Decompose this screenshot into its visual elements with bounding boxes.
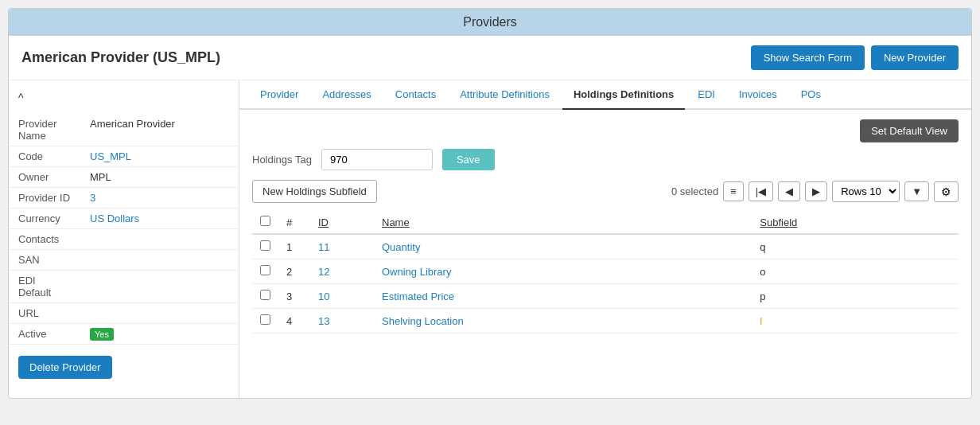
sidebar: ^ Provider NameAmerican ProviderCodeUS_M… — [9, 80, 239, 398]
sidebar-field-value: 3 — [80, 188, 239, 209]
row-name[interactable]: Owning Library — [374, 259, 752, 284]
holdings-tag-label: Holdings Tag — [252, 154, 312, 166]
collapse-icon: ^ — [18, 92, 24, 104]
row-checkbox-cell — [252, 234, 278, 259]
main-container: Providers American Provider (US_MPL) Sho… — [8, 8, 972, 399]
row-checkbox[interactable] — [260, 290, 270, 300]
tab-holdings-definitions[interactable]: Holdings Definitions — [562, 80, 685, 110]
sidebar-field-label: Provider ID — [9, 188, 80, 209]
sidebar-field-label: URL — [9, 303, 80, 324]
name-header[interactable]: Name — [374, 211, 752, 234]
save-button[interactable]: Save — [442, 149, 495, 170]
tab-attribute-definitions[interactable]: Attribute Definitions — [449, 80, 561, 110]
delete-provider-button[interactable]: Delete Provider — [18, 356, 112, 379]
row-number: 3 — [278, 284, 310, 309]
next-page-button[interactable]: ▶ — [805, 181, 827, 201]
new-holdings-subfield-button[interactable]: New Holdings Subfield — [252, 180, 377, 203]
select-all-header — [252, 211, 278, 234]
collapse-button[interactable]: ^ — [9, 88, 239, 107]
table-row: 310Estimated Pricep — [252, 284, 959, 309]
rows-per-page-select[interactable]: Rows 10 Rows 5 Rows 25 Rows 50 — [832, 181, 900, 202]
tab-edi[interactable]: EDI — [686, 80, 726, 110]
row-number: 1 — [278, 234, 310, 259]
sidebar-field-label: Active — [9, 324, 80, 345]
num-header: # — [278, 211, 310, 234]
select-all-checkbox[interactable] — [260, 216, 270, 226]
row-id[interactable]: 13 — [310, 309, 374, 333]
sidebar-field-label: Currency — [9, 209, 80, 229]
holdings-tag-input[interactable] — [321, 149, 433, 170]
new-provider-button[interactable]: New Provider — [871, 45, 959, 70]
row-subfield: p — [752, 284, 959, 309]
row-checkbox[interactable] — [260, 314, 270, 325]
row-checkbox[interactable] — [260, 240, 270, 251]
row-checkbox[interactable] — [260, 265, 270, 275]
top-row: Set Default View — [252, 119, 959, 142]
row-id[interactable]: 10 — [310, 284, 374, 309]
sidebar-field-label: Contacts — [9, 229, 80, 250]
tab-pos[interactable]: POs — [790, 80, 832, 110]
subfield-controls: New Holdings Subfield 0 selected ≡ |◀ ◀ … — [252, 180, 959, 203]
subfield-header[interactable]: Subfield — [752, 211, 959, 234]
sidebar-field-value — [80, 303, 239, 324]
tab-invoices[interactable]: Invoices — [728, 80, 788, 110]
active-badge: Yes — [90, 328, 114, 341]
holdings-tag-row: Holdings Tag Save — [252, 149, 959, 170]
settings-button[interactable]: ⚙ — [934, 181, 959, 202]
set-default-view-button[interactable]: Set Default View — [860, 119, 959, 142]
row-checkbox-cell — [252, 309, 278, 333]
sidebar-field-value: American Provider — [80, 114, 239, 146]
selected-count: 0 selected — [671, 185, 718, 197]
row-subfield: o — [752, 259, 959, 284]
show-search-button[interactable]: Show Search Form — [751, 45, 865, 70]
prev-page-button[interactable]: ◀ — [778, 181, 800, 201]
table-row: 212Owning Libraryo — [252, 259, 959, 284]
sidebar-field-label: Code — [9, 146, 80, 167]
tab-provider[interactable]: Provider — [249, 80, 309, 110]
pagination-controls: 0 selected ≡ |◀ ◀ ▶ Rows 10 Rows 5 Rows … — [671, 181, 959, 202]
tabs-bar: ProviderAddressesContactsAttribute Defin… — [239, 80, 971, 110]
row-id[interactable]: 11 — [310, 234, 374, 259]
right-panel: ProviderAddressesContactsAttribute Defin… — [239, 80, 971, 398]
top-buttons: Show Search Form New Provider — [751, 45, 959, 70]
row-checkbox-cell — [252, 284, 278, 309]
row-name[interactable]: Shelving Location — [374, 309, 752, 333]
page-title: Providers — [463, 15, 517, 29]
sort-icon-button[interactable]: ≡ — [723, 181, 744, 201]
sidebar-field-value: Yes — [80, 324, 239, 345]
sidebar-field-label: SAN — [9, 250, 80, 271]
row-id[interactable]: 12 — [310, 259, 374, 284]
tab-contacts[interactable]: Contacts — [384, 80, 447, 110]
sidebar-field-value — [80, 271, 239, 303]
row-subfield: q — [752, 234, 959, 259]
panel-body: Set Default View Holdings Tag Save New H… — [239, 110, 971, 343]
row-subfield: l — [752, 309, 959, 333]
sidebar-field-value: US_MPL — [80, 146, 239, 167]
page-header: Providers — [9, 9, 971, 36]
row-name[interactable]: Quantity — [374, 234, 752, 259]
id-header[interactable]: ID — [310, 211, 374, 234]
top-bar: American Provider (US_MPL) Show Search F… — [9, 36, 971, 80]
tab-addresses[interactable]: Addresses — [311, 80, 382, 110]
sidebar-field-label: Provider Name — [9, 114, 80, 146]
row-number: 2 — [278, 259, 310, 284]
row-checkbox-cell — [252, 259, 278, 284]
row-name[interactable]: Estimated Price — [374, 284, 752, 309]
provider-info-table: Provider NameAmerican ProviderCodeUS_MPL… — [9, 114, 239, 345]
sidebar-field-label: Owner — [9, 167, 80, 188]
holdings-table: # ID Name Subfield 111Quantityq212Owning… — [252, 211, 959, 333]
sidebar-field-value — [80, 250, 239, 271]
provider-heading: American Provider (US_MPL) — [21, 49, 220, 66]
row-number: 4 — [278, 309, 310, 333]
table-row: 111Quantityq — [252, 234, 959, 259]
sidebar-field-value — [80, 229, 239, 250]
main-content: ^ Provider NameAmerican ProviderCodeUS_M… — [9, 80, 971, 398]
sidebar-field-label: EDI Default — [9, 271, 80, 303]
sidebar-field-value: MPL — [80, 167, 239, 188]
first-page-button[interactable]: |◀ — [749, 181, 773, 201]
rows-down-button[interactable]: ▼ — [904, 181, 929, 201]
sidebar-field-value: US Dollars — [80, 209, 239, 229]
table-row: 413Shelving Locationl — [252, 309, 959, 333]
